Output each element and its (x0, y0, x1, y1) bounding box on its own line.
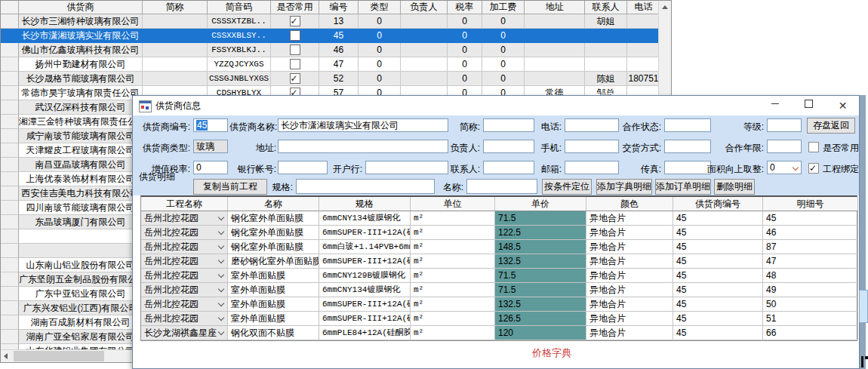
maximize-button[interactable] (792, 96, 826, 115)
cell-detail-unit[interactable]: m² (411, 269, 495, 283)
cell-code[interactable]: CSSXXBLSY.. (208, 29, 271, 43)
edge-scroll-thumb[interactable] (859, 290, 868, 323)
cell-no[interactable]: 45 (319, 29, 359, 43)
cell-manager[interactable] (401, 43, 448, 57)
cell-detail-unit[interactable]: m² (411, 211, 495, 226)
cell-address[interactable] (525, 43, 585, 57)
cell-detail-supplierno[interactable]: 45 (673, 269, 763, 283)
cell-detail-name[interactable]: 钢化室外单面贴膜 (228, 240, 319, 254)
detail-col-project[interactable]: 工程名称 (141, 197, 228, 211)
cell-detail-spec[interactable]: 6mmSUPER-III+12A(硅.. (319, 226, 411, 240)
area-round-dropdown[interactable]: 0 (767, 161, 802, 174)
cell-detail-unit[interactable]: m² (411, 326, 495, 340)
cell-supplier-name[interactable]: 长沙市潇湘玻璃实业有限公司 (19, 29, 143, 43)
cell-detail-supplierno[interactable]: 45 (673, 283, 763, 297)
email-input[interactable] (565, 161, 619, 174)
cell-detail-spec[interactable]: 6mmSUPER-III+12A(硅.. (319, 297, 411, 312)
common-checkbox[interactable] (290, 73, 300, 84)
cell-detail-name[interactable]: 磨砂钢化室外单面贴膜 (228, 254, 319, 269)
cell-detail-color[interactable]: 异地合片 (586, 297, 673, 312)
cell-detail-color[interactable]: 异地合片 (586, 269, 673, 283)
cell-tax[interactable]: 0 (448, 43, 482, 57)
detail-row[interactable]: 岳州北控花园 室外单面贴膜 6mmCNY134镀膜钢化 m² 71.5 异地合片… (141, 283, 857, 297)
cell-fee[interactable]: 0 (482, 72, 525, 86)
bank-input[interactable] (365, 161, 448, 174)
cell-code[interactable]: CSSGJNBLYXGS (208, 72, 271, 86)
common-checkbox[interactable] (290, 16, 300, 26)
cell-supplier-name[interactable]: 上海优泰装饰材料有限公司 (19, 172, 143, 186)
cell-supplier-name[interactable]: 湖南广亚全铝家居有限公司 (19, 330, 143, 344)
cell-tax[interactable]: 0 (448, 57, 482, 72)
detail-row[interactable]: 岳州北控花园 钢化室外单面贴膜 6mm白玻+1.14PVB+6mm.. m² 1… (141, 240, 857, 254)
cell-detail-unit[interactable]: m² (411, 240, 495, 254)
common-use-checkbox[interactable] (808, 142, 819, 152)
name-filter-input[interactable] (466, 179, 537, 194)
detail-col-price[interactable]: 单价 (495, 197, 586, 211)
close-button[interactable]: ✕ (826, 96, 860, 115)
cell-detail-name[interactable]: 钢化双面不贴膜 (228, 326, 319, 340)
cell-detail-spec[interactable]: 6mmCNY129B镀膜钢化 (319, 269, 411, 283)
project-bind-checkbox-row[interactable]: 工程绑定 (808, 162, 859, 176)
cell-common[interactable] (271, 57, 319, 72)
cell-contact[interactable] (585, 43, 627, 57)
detail-col-detailno[interactable]: 明细号 (763, 197, 858, 211)
cell-detail-unit[interactable]: m² (411, 283, 495, 297)
cell-shortname[interactable] (143, 29, 208, 43)
cell-shortname[interactable] (143, 72, 208, 86)
cell-detail-supplierno[interactable]: 45 (673, 326, 763, 340)
cell-contact[interactable]: 胡姐 (585, 14, 627, 29)
cell-shortname[interactable] (143, 14, 208, 29)
detail-col-color[interactable]: 颜色 (586, 197, 673, 211)
cell-supplier-name[interactable]: 扬州中勤建材有限公司 (19, 57, 143, 72)
supplier-row[interactable]: 扬州中勤建材有限公司 YZZQJCYXGS 47 0 0 0 (1, 57, 671, 72)
column-header-type[interactable]: 类型 (359, 1, 401, 14)
cell-detail-name[interactable]: 室外单面贴膜 (228, 297, 319, 312)
cell-supplier-name[interactable]: 常德市昊宇玻璃有限责任公司 (19, 86, 143, 100)
dialog-titlebar[interactable]: 供货商信息 ✕ (133, 96, 859, 115)
cell-detail-detailno[interactable]: 49 (763, 283, 858, 297)
project-bind-checkbox[interactable] (808, 163, 819, 174)
cell-shortname[interactable] (143, 43, 208, 57)
cell-address[interactable] (525, 57, 585, 72)
cell-type[interactable]: 0 (359, 29, 401, 43)
cell-detail-unit[interactable]: m² (411, 297, 495, 312)
cell-supplier-name[interactable]: 长沙市三湘特种玻璃有限公司 (19, 14, 143, 29)
cell-detail-spec[interactable]: 6mmSUPER-III+12A(硅.. (319, 312, 411, 326)
cell-common[interactable] (271, 29, 319, 43)
cell-no[interactable]: 52 (319, 72, 359, 86)
cell-contact[interactable] (585, 57, 627, 72)
cell-supplier-name[interactable]: 广东中亚铝业有限公司 (19, 287, 143, 301)
cell-fee[interactable]: 0 (482, 57, 525, 72)
cell-no[interactable]: 46 (319, 43, 359, 57)
cell-supplier-name[interactable] (19, 244, 143, 258)
cell-contact[interactable]: 陈姐 (585, 72, 627, 86)
delivery-input[interactable] (664, 140, 711, 153)
cell-tax[interactable]: 0 (448, 72, 482, 86)
cell-detail-detailno[interactable]: 51 (763, 312, 858, 326)
column-header-no[interactable]: 编号 (319, 1, 359, 14)
cell-detail-spec[interactable]: 6mmPLE84+12A(硅酮胶.. (319, 326, 411, 340)
cell-tax[interactable]: 0 (448, 29, 482, 43)
cell-detail-supplierno[interactable]: 45 (673, 240, 763, 254)
locate-by-condition-button[interactable]: 按条件定位 (542, 179, 592, 195)
column-header-fee[interactable]: 加工费 (482, 1, 525, 14)
cell-detail-detailno[interactable]: 48 (763, 269, 858, 283)
common-checkbox[interactable] (290, 59, 300, 69)
address-input[interactable] (278, 140, 448, 153)
cell-detail-unit[interactable]: m² (411, 254, 495, 269)
cell-detail-spec[interactable]: 6mmCNY134镀膜钢化 (319, 211, 411, 226)
cell-detail-spec[interactable]: 6mmSUPER-III+12A(硅.. (319, 254, 411, 269)
cell-detail-spec[interactable]: 6mm白玻+1.14PVB+6mm.. (319, 240, 411, 254)
cell-detail-detailno[interactable]: 45 (763, 211, 858, 226)
cell-no[interactable]: 13 (319, 14, 359, 29)
cell-code[interactable]: YZZQJCYXGS (208, 57, 271, 72)
cell-detail-unit[interactable]: m² (411, 312, 495, 326)
cell-phone[interactable] (627, 43, 660, 57)
cell-detail-color[interactable]: 异地合片 (586, 240, 673, 254)
supplier-no-input[interactable]: 45 (193, 118, 228, 132)
coop-status-input[interactable] (664, 118, 711, 132)
cell-no[interactable]: 47 (319, 57, 359, 72)
cell-detail-supplierno[interactable]: 45 (673, 297, 763, 312)
project-combo-cell[interactable]: 岳州北控花园 (141, 312, 228, 326)
common-checkbox[interactable] (290, 45, 300, 55)
